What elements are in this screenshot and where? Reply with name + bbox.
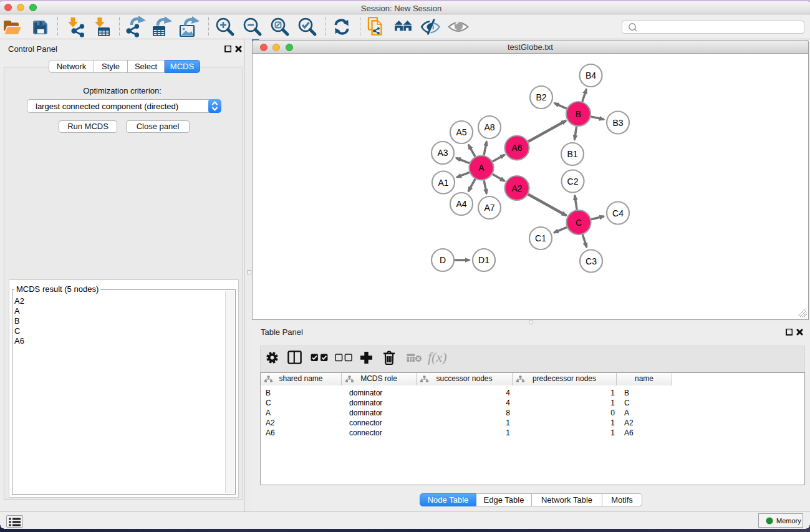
- svg-text:C: C: [576, 218, 582, 228]
- svg-text:B4: B4: [586, 70, 596, 80]
- svg-text:B1: B1: [567, 149, 577, 159]
- svg-text:C4: C4: [612, 208, 624, 218]
- svg-text:D1: D1: [478, 255, 489, 265]
- svg-text:C1: C1: [535, 233, 546, 243]
- svg-text:A8: A8: [484, 122, 494, 132]
- svg-text:D: D: [440, 255, 446, 265]
- svg-text:B: B: [576, 109, 581, 119]
- svg-text:A: A: [478, 163, 485, 173]
- svg-text:B3: B3: [612, 118, 623, 128]
- svg-text:A1: A1: [438, 178, 448, 188]
- svg-text:A5: A5: [456, 127, 466, 137]
- svg-text:B2: B2: [536, 92, 546, 102]
- svg-text:C2: C2: [567, 177, 579, 186]
- svg-text:A4: A4: [456, 199, 466, 209]
- svg-text:A2: A2: [511, 183, 522, 193]
- svg-text:A6: A6: [511, 143, 522, 153]
- svg-text:A3: A3: [437, 148, 448, 158]
- svg-text:C3: C3: [586, 256, 597, 266]
- svg-text:A7: A7: [484, 203, 494, 213]
